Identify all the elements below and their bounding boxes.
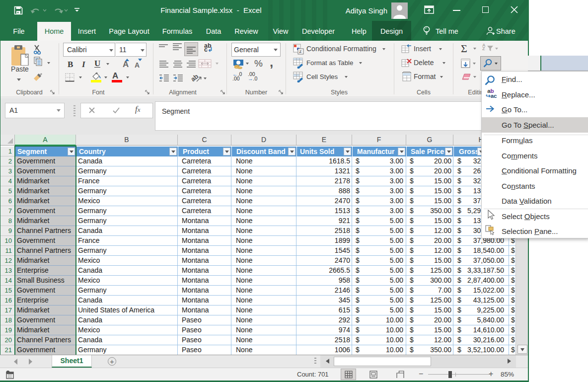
svg-text:≠: ≠	[299, 49, 302, 54]
